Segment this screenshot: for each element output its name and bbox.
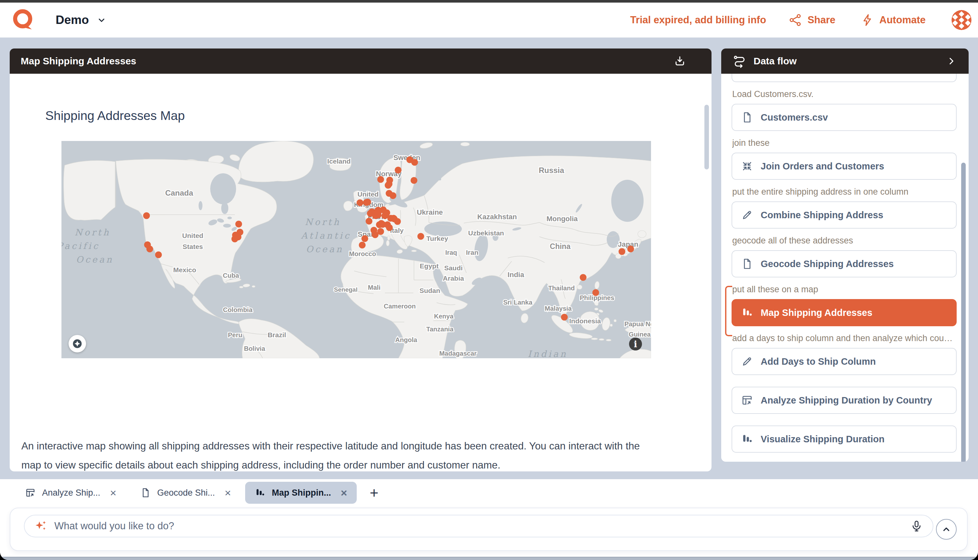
flow-card-label: Geocode Shipping Addresses xyxy=(761,259,894,269)
tab-label: Analyze Ship... xyxy=(42,488,100,498)
map-label: United xyxy=(182,232,203,239)
shipping-address-dot[interactable] xyxy=(386,224,393,231)
map-label: Sudan xyxy=(419,287,440,294)
file-icon xyxy=(741,258,753,270)
shipping-address-dot[interactable] xyxy=(359,242,366,248)
map-label: Madagascar xyxy=(439,350,477,357)
send-button[interactable] xyxy=(936,519,957,540)
map-label: Colombia xyxy=(223,306,253,313)
flow-card-geocode-shipping-addresses[interactable]: Geocode Shipping Addresses xyxy=(731,250,957,277)
sidebar-scrollbar[interactable] xyxy=(961,163,966,462)
shipping-address-dot[interactable] xyxy=(362,235,368,242)
flow-card-join-orders-and-customers[interactable]: Join Orders and Customers xyxy=(731,153,957,180)
chevron-up-icon xyxy=(940,523,952,535)
microphone-icon[interactable] xyxy=(910,520,923,533)
shipping-address-dot[interactable] xyxy=(366,218,372,225)
shipping-address-dot[interactable] xyxy=(155,252,162,258)
data-flow-icon xyxy=(733,54,746,68)
shipping-address-dot[interactable] xyxy=(372,212,379,219)
shipping-addresses-map[interactable]: NorthPacificOceanNorthAtlanticOceanIndia… xyxy=(62,141,651,358)
shipping-address-dot[interactable] xyxy=(411,159,418,166)
flow-card-label: Customers.csv xyxy=(761,112,828,123)
join-icon xyxy=(741,160,753,172)
flow-step-label: put the entire shipping address in one c… xyxy=(732,187,956,197)
shipping-address-dot[interactable] xyxy=(364,199,371,206)
tab-geocode-shi-[interactable]: Geocode Shi...× xyxy=(131,482,240,504)
shipping-address-dot[interactable] xyxy=(382,212,389,219)
close-icon[interactable]: × xyxy=(110,487,117,498)
bars-icon xyxy=(741,307,753,318)
add-tab-button[interactable]: + xyxy=(370,484,379,502)
tab-label: Geocode Shi... xyxy=(157,488,215,498)
map-label: Saudi xyxy=(444,264,462,272)
map-label: Sri Lanka xyxy=(503,299,532,306)
app-logo-icon[interactable] xyxy=(13,8,34,32)
map-label: Papua New xyxy=(624,320,651,328)
trial-billing-link[interactable]: Trial expired, add billing info xyxy=(630,14,766,26)
shipping-address-dot[interactable] xyxy=(232,236,239,242)
flow-card-add-days-to-ship-column[interactable]: Add Days to Ship Column xyxy=(731,348,957,375)
shipping-address-dot[interactable] xyxy=(390,192,397,199)
compass-icon xyxy=(71,338,83,350)
flow-card-partial[interactable] xyxy=(731,74,957,82)
tab-analyze-ship-[interactable]: Analyze Ship...× xyxy=(15,482,126,504)
map-label: Turkey xyxy=(426,235,448,242)
close-icon[interactable]: × xyxy=(340,487,347,498)
shipping-address-dot[interactable] xyxy=(561,314,568,321)
map-label: Kazakhstan xyxy=(477,213,517,221)
shipping-address-dot[interactable] xyxy=(619,248,626,255)
map-label: Mali xyxy=(368,284,381,291)
panel-title: Map Shipping Addresses xyxy=(21,56,136,67)
automate-button[interactable]: Automate xyxy=(861,13,926,27)
info-icon[interactable]: i xyxy=(629,338,642,350)
flow-card-label: Analyze Shipping Duration by Country xyxy=(761,395,932,406)
data-flow-panel: Data flow Load Customers.csv.Customers.c… xyxy=(721,48,969,462)
shipping-address-dot[interactable] xyxy=(372,232,379,238)
shipping-address-dot[interactable] xyxy=(147,246,153,253)
shipping-address-dot[interactable] xyxy=(417,233,424,240)
flow-card-map-shipping-addresses[interactable]: Map Shipping Addresses xyxy=(731,299,957,326)
map-attribution-button[interactable] xyxy=(68,335,86,352)
prompt-input[interactable]: What would you like to do? xyxy=(24,515,933,537)
ocean-label: North xyxy=(305,217,341,227)
flow-card-label: Visualize Shipping Duration xyxy=(761,434,885,445)
tab-map-shippin-[interactable]: Map Shippin...× xyxy=(245,482,357,504)
map-label: Bolivia xyxy=(244,345,265,352)
flow-card-label: Join Orders and Customers xyxy=(761,161,884,172)
flow-card-visualize-shipping-duration[interactable]: Visualize Shipping Duration xyxy=(731,425,957,453)
workspace-switcher[interactable]: Demo xyxy=(56,13,107,27)
shipping-address-dot[interactable] xyxy=(580,274,587,281)
map-label: Tanzania xyxy=(426,326,454,333)
shipping-address-dot[interactable] xyxy=(395,167,402,173)
flow-card-analyze-shipping-duration-by-country[interactable]: Analyze Shipping Duration by Country xyxy=(731,387,957,414)
shipping-address-dot[interactable] xyxy=(377,176,384,183)
close-icon[interactable]: × xyxy=(225,487,231,498)
shipping-address-dot[interactable] xyxy=(411,177,417,184)
ocean-label: Ocean xyxy=(306,244,344,254)
pencil-icon xyxy=(741,209,753,221)
bars-icon xyxy=(741,433,753,445)
ocean-label: North xyxy=(75,227,110,237)
share-label: Share xyxy=(808,14,835,26)
map-label: States xyxy=(182,243,203,250)
shipping-address-dot[interactable] xyxy=(235,221,242,228)
shipping-address-dot[interactable] xyxy=(385,182,392,189)
bars-icon xyxy=(255,488,265,498)
map-label: Arabia xyxy=(443,275,464,282)
shipping-address-dot[interactable] xyxy=(592,289,599,296)
app-header: Demo Trial expired, add billing info Sha… xyxy=(0,3,978,38)
main-panel-scrollbar[interactable] xyxy=(704,105,709,169)
shipping-address-dot[interactable] xyxy=(394,218,401,225)
map-label: Russia xyxy=(539,166,564,175)
flow-card-customers-csv[interactable]: Customers.csv xyxy=(731,104,957,131)
share-button[interactable]: Share xyxy=(789,13,835,27)
map-label: United xyxy=(357,190,379,198)
download-icon[interactable] xyxy=(673,55,686,68)
shipping-address-dot[interactable] xyxy=(628,246,634,253)
shipping-address-dot[interactable] xyxy=(143,212,150,219)
shipping-address-dot[interactable] xyxy=(357,200,364,206)
account-avatar[interactable] xyxy=(951,9,972,31)
chevron-right-icon[interactable] xyxy=(946,56,957,67)
ocean-label: Indian xyxy=(528,349,567,358)
flow-card-combine-shipping-address[interactable]: Combine Shipping Address xyxy=(731,202,957,228)
